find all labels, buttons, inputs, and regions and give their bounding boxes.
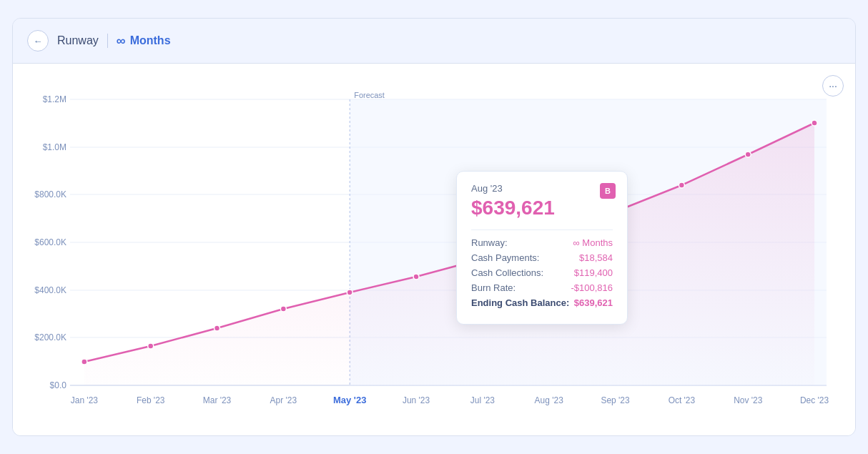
runway-label: Runway: bbox=[471, 237, 508, 248]
tooltip-burn-rate-row: Burn Rate: -$100,816 bbox=[471, 282, 613, 293]
back-button[interactable]: ← bbox=[27, 30, 49, 51]
svg-text:Jul '23: Jul '23 bbox=[470, 395, 495, 405]
cash-payments-value: $18,584 bbox=[579, 252, 613, 263]
svg-text:$0.0: $0.0 bbox=[50, 380, 67, 390]
page-title: Runway bbox=[57, 34, 99, 47]
chart-svg: $1.2M $1.0M $800.0K $600.0K $400.0K $200… bbox=[27, 85, 841, 421]
svg-point-33 bbox=[280, 306, 286, 312]
back-icon: ← bbox=[34, 36, 43, 46]
svg-point-35 bbox=[413, 274, 419, 280]
svg-point-30 bbox=[82, 359, 87, 365]
more-icon: ··· bbox=[829, 80, 837, 92]
runway-value: ∞ Months bbox=[573, 237, 613, 248]
svg-text:Jun '23: Jun '23 bbox=[403, 395, 430, 405]
svg-point-31 bbox=[148, 343, 154, 349]
svg-point-41 bbox=[745, 152, 751, 157]
burn-rate-value: -$100,816 bbox=[571, 282, 613, 293]
svg-point-32 bbox=[214, 325, 220, 331]
ending-cash-value: $639,621 bbox=[574, 297, 613, 308]
svg-text:Sep '23: Sep '23 bbox=[601, 395, 630, 405]
header: ← Runway ∞ Months bbox=[13, 19, 855, 64]
cash-collections-value: $119,400 bbox=[574, 267, 613, 278]
svg-text:Forecast: Forecast bbox=[354, 91, 385, 99]
svg-point-34 bbox=[347, 290, 352, 295]
svg-text:$1.2M: $1.2M bbox=[43, 94, 66, 104]
svg-text:Aug '23: Aug '23 bbox=[535, 395, 564, 405]
chart-wrapper: $1.2M $1.0M $800.0K $600.0K $400.0K $200… bbox=[27, 85, 841, 421]
tooltip-value: $639,621 bbox=[471, 197, 613, 219]
tooltip-date: Aug '23 bbox=[471, 183, 613, 194]
svg-text:Jan '23: Jan '23 bbox=[71, 395, 99, 405]
chart-tooltip: B Aug '23 $639,621 Runway: ∞ Months Cash… bbox=[456, 171, 628, 325]
burn-rate-label: Burn Rate: bbox=[471, 282, 516, 293]
svg-text:Oct '23: Oct '23 bbox=[669, 395, 696, 405]
svg-text:May '23: May '23 bbox=[333, 395, 366, 405]
cash-collections-label: Cash Collections: bbox=[471, 267, 543, 278]
svg-text:Mar '23: Mar '23 bbox=[203, 395, 232, 405]
svg-text:Feb '23: Feb '23 bbox=[137, 395, 165, 405]
tooltip-cash-collections-row: Cash Collections: $119,400 bbox=[471, 267, 613, 278]
tooltip-badge: B bbox=[600, 183, 616, 199]
svg-text:$400.0K: $400.0K bbox=[34, 285, 66, 295]
ending-cash-label: Ending Cash Balance: bbox=[471, 297, 569, 308]
svg-text:Nov '23: Nov '23 bbox=[734, 395, 763, 405]
app-container: ← Runway ∞ Months ··· bbox=[12, 18, 856, 436]
svg-point-42 bbox=[812, 120, 817, 126]
header-divider bbox=[107, 34, 108, 48]
more-options-button[interactable]: ··· bbox=[822, 75, 844, 97]
tooltip-cash-payments-row: Cash Payments: $18,584 bbox=[471, 252, 613, 263]
svg-text:Apr '23: Apr '23 bbox=[270, 395, 297, 405]
tooltip-runway-row: Runway: ∞ Months bbox=[471, 237, 613, 248]
header-months: ∞ Months bbox=[117, 34, 171, 49]
infinity-icon: ∞ bbox=[117, 34, 126, 49]
months-label: Months bbox=[130, 34, 171, 47]
svg-text:$600.0K: $600.0K bbox=[34, 237, 66, 247]
chart-area: ··· $1.2M $ bbox=[13, 64, 855, 435]
cash-payments-label: Cash Payments: bbox=[471, 252, 539, 263]
svg-point-40 bbox=[679, 182, 684, 188]
svg-text:$200.0K: $200.0K bbox=[34, 332, 66, 342]
svg-text:$1.0M: $1.0M bbox=[43, 142, 66, 152]
tooltip-ending-cash-row: Ending Cash Balance: $639,621 bbox=[471, 297, 613, 308]
svg-text:$800.0K: $800.0K bbox=[34, 189, 66, 199]
svg-text:Dec '23: Dec '23 bbox=[800, 395, 829, 405]
tooltip-divider bbox=[471, 230, 613, 230]
